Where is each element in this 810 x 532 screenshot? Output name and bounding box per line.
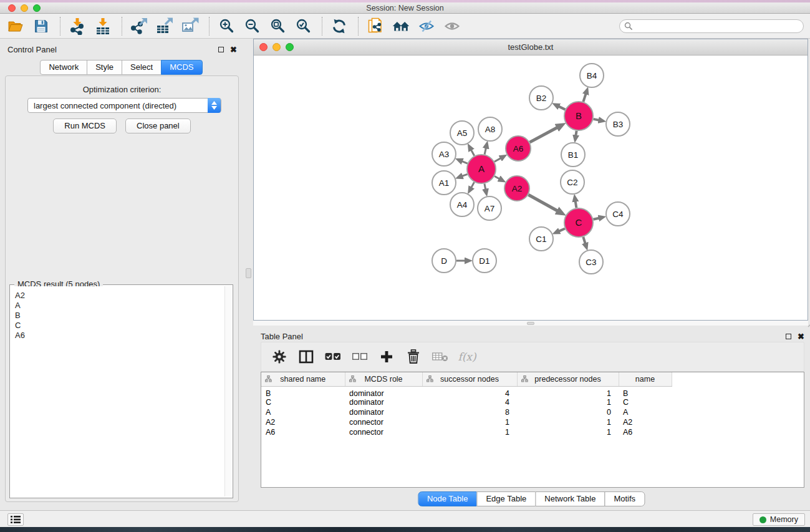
task-history-button[interactable] [7, 513, 24, 526]
save-session-icon[interactable] [32, 16, 51, 37]
graph-node-B[interactable]: B [564, 102, 593, 130]
new-network-from-selection-icon[interactable] [366, 16, 385, 37]
graph-edge-A-A7[interactable] [485, 184, 486, 190]
column-header-name[interactable]: name [619, 372, 672, 386]
eye-icon[interactable] [443, 16, 461, 37]
graph-edge-A-A8[interactable] [485, 147, 486, 154]
table-row-B[interactable]: Bdominator41B [261, 386, 804, 398]
graph-edge-A-A1[interactable] [461, 174, 467, 176]
mcds-result-item[interactable]: C [15, 321, 224, 331]
deselect-all-icon[interactable] [350, 346, 369, 367]
graph-node-A1[interactable]: A1 [432, 171, 456, 195]
graph-node-A7[interactable]: A7 [478, 196, 501, 220]
graph-edge-C-C1[interactable] [559, 229, 566, 232]
close-panel-icon[interactable]: ✖ [230, 47, 237, 52]
graph-node-A5[interactable]: A5 [450, 121, 474, 145]
refresh-icon[interactable] [330, 16, 349, 37]
tab-motifs[interactable]: Motifs [604, 491, 645, 506]
panel-divider-handle[interactable] [246, 268, 251, 278]
close-table-panel-icon[interactable]: ✖ [798, 334, 804, 339]
search-field[interactable] [619, 19, 804, 33]
home-panels-icon[interactable] [392, 16, 410, 37]
import-table-icon[interactable] [94, 16, 112, 37]
graph-edge-A-A3[interactable] [461, 161, 468, 163]
search-input[interactable] [635, 21, 803, 32]
scrollbar[interactable] [224, 286, 231, 496]
graph-edge-C-C2[interactable] [576, 201, 577, 208]
zoom-in-icon[interactable] [217, 16, 236, 37]
export-image-icon[interactable] [181, 16, 200, 37]
graph-node-C4[interactable]: C4 [606, 202, 630, 226]
column-header-predecessor-nodes[interactable]: predecessor nodes [517, 372, 619, 386]
mcds-result-item[interactable]: A2 [15, 291, 224, 301]
column-header-successor-nodes[interactable]: successor nodes [422, 372, 517, 386]
graph-edge-B-B4[interactable] [583, 94, 586, 102]
add-column-icon[interactable] [377, 346, 396, 367]
float-panel-icon[interactable] [218, 47, 224, 52]
node-table[interactable]: shared nameMCDS rolesuccessor nodesprede… [261, 372, 804, 488]
graph-node-A4[interactable]: A4 [450, 193, 474, 216]
float-table-panel-icon[interactable] [786, 334, 791, 339]
fit-content-icon[interactable] [268, 16, 287, 37]
graph-edge-A6-B[interactable] [530, 127, 558, 142]
delete-column-icon[interactable] [404, 346, 423, 367]
zoom-selected-icon[interactable] [294, 16, 312, 37]
graph-node-D1[interactable]: D1 [473, 249, 496, 273]
close-panel-button[interactable]: Close panel [125, 118, 191, 133]
select-all-icon[interactable] [324, 346, 342, 367]
graph-node-D[interactable]: D [432, 249, 456, 273]
table-row-A6[interactable]: A6connector11A6 [261, 427, 804, 437]
graph-edge-A-A2[interactable] [494, 177, 500, 180]
mcds-result-item[interactable]: A [15, 301, 224, 311]
tab-edge-table[interactable]: Edge Table [476, 491, 536, 506]
graph-node-B3[interactable]: B3 [606, 112, 630, 136]
memory-button[interactable]: Memory [753, 513, 805, 526]
open-session-icon[interactable] [6, 16, 25, 37]
graph-edge-C-C4[interactable] [593, 218, 599, 220]
network-canvas[interactable]: AA5A8A3A1A4A7A6A2BB2B4B3B1CC2C4C1C3DD1 [254, 56, 808, 320]
graph-edge-B-B1[interactable] [576, 131, 576, 137]
tab-node-table[interactable]: Node Table [418, 491, 478, 506]
graph-node-C1[interactable]: C1 [529, 227, 553, 251]
import-network-icon[interactable] [68, 16, 87, 37]
column-header-MCDS-role[interactable]: MCDS role [345, 372, 422, 386]
table-row-C[interactable]: Cdominator41C [261, 398, 804, 408]
settings-gear-icon[interactable] [270, 346, 289, 367]
mcds-result-item[interactable]: A6 [15, 331, 224, 341]
graph-node-C3[interactable]: C3 [579, 250, 603, 274]
graph-edge-C-C3[interactable] [583, 237, 586, 244]
column-header-shared-name[interactable]: shared name [261, 372, 345, 386]
graph-edge-B-B3[interactable] [594, 119, 600, 120]
graph-node-C[interactable]: C [564, 208, 593, 237]
tab-network-table[interactable]: Network Table [535, 491, 605, 506]
tab-mcds[interactable]: MCDS [161, 60, 202, 75]
graph-node-A[interactable]: A [467, 155, 496, 183]
run-mcds-button[interactable]: Run MCDS [53, 118, 117, 133]
graph-node-C2[interactable]: C2 [561, 170, 584, 194]
eye-slash-icon[interactable] [417, 16, 436, 37]
optimization-criterion-select[interactable]: largest connected component (directed) [27, 98, 221, 113]
column-split-icon[interactable] [297, 346, 316, 367]
graph-node-A3[interactable]: A3 [432, 142, 456, 166]
graph-edge-A-A4[interactable] [471, 182, 474, 188]
graph-node-B4[interactable]: B4 [580, 64, 604, 87]
divider-handle[interactable] [527, 322, 534, 325]
graph-node-B1[interactable]: B1 [561, 143, 585, 167]
export-table-icon[interactable] [155, 16, 174, 37]
graph-node-B2[interactable]: B2 [529, 86, 553, 110]
graph-node-A8[interactable]: A8 [478, 117, 502, 141]
tab-network[interactable]: Network [40, 60, 87, 75]
graph-node-A2[interactable]: A2 [504, 176, 529, 201]
graph-node-A6[interactable]: A6 [506, 136, 531, 161]
mcds-result-item[interactable]: B [15, 311, 224, 321]
tab-select[interactable]: Select [122, 60, 162, 75]
export-network-icon[interactable] [130, 16, 148, 37]
table-row-A[interactable]: Adominator80A [261, 407, 804, 417]
graph-edge-A-A6[interactable] [494, 158, 501, 162]
graph-edge-B-B2[interactable] [558, 106, 565, 110]
zoom-out-icon[interactable] [243, 16, 261, 37]
tab-style[interactable]: Style [87, 60, 122, 75]
graph-edge-A2-C[interactable] [528, 195, 557, 211]
graph-edge-A-A5[interactable] [471, 150, 475, 156]
table-row-A2[interactable]: A2connector11A2 [261, 417, 804, 427]
